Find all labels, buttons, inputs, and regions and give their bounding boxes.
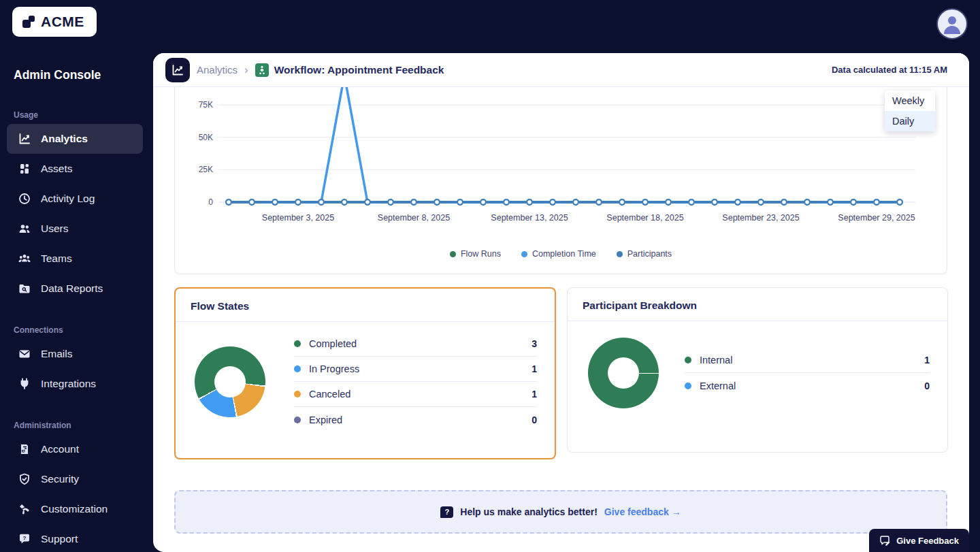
flow-states-header: Flow States bbox=[176, 289, 555, 322]
give-feedback-label: Give Feedback bbox=[896, 536, 959, 546]
workflow-icon bbox=[255, 63, 269, 77]
sidebar-item-label: Account bbox=[41, 443, 79, 455]
row-label: In Progress bbox=[309, 363, 359, 374]
legend-row-canceled: Canceled 1 bbox=[294, 382, 537, 407]
sidebar-item-security[interactable]: Security bbox=[7, 464, 143, 494]
sidebar-item-activity-log[interactable]: Activity Log bbox=[7, 184, 143, 214]
chart-legend: Flow Runs Completion Time Participants bbox=[175, 249, 947, 259]
sidebar-item-data-reports[interactable]: Data Reports bbox=[7, 274, 143, 304]
svg-text:September 8, 2025: September 8, 2025 bbox=[378, 213, 450, 223]
sidebar-item-integrations[interactable]: Integrations bbox=[7, 369, 143, 399]
legend-item-flow-runs[interactable]: Flow Runs bbox=[450, 249, 501, 259]
sidebar-item-label: Teams bbox=[41, 253, 72, 265]
svg-text:0: 0 bbox=[208, 197, 213, 207]
activity-log-icon bbox=[18, 192, 31, 206]
analytics-icon bbox=[18, 132, 31, 146]
svg-text:September 23, 2025: September 23, 2025 bbox=[722, 213, 799, 223]
participant-legend: Internal 1 External 0 bbox=[685, 348, 930, 398]
sidebar-item-assets[interactable]: Assets bbox=[7, 154, 143, 184]
svg-text:$: $ bbox=[22, 449, 24, 453]
usage-line-chart: 025K50K75KSeptember 3, 2025September 8, … bbox=[175, 87, 947, 237]
feedback-banner: ? Help us make analytics better! Give fe… bbox=[174, 490, 947, 534]
acme-logo[interactable]: ACME bbox=[12, 7, 97, 37]
participant-breakdown-card: Participant Breakdown Internal 1 Externa… bbox=[567, 287, 948, 453]
legend-row-in-progress: In Progress 1 bbox=[294, 357, 537, 382]
participant-breakdown-body: Internal 1 External 0 bbox=[568, 321, 947, 425]
svg-text:50K: 50K bbox=[199, 133, 213, 142]
sidebar-item-account[interactable]: $ Account bbox=[7, 434, 143, 464]
expired-dot bbox=[294, 417, 301, 423]
sidebar-nav: Usage Analytics Assets Activity Log User… bbox=[0, 101, 153, 552]
sidebar-item-label: Security bbox=[41, 473, 79, 485]
usage-chart-card: 025K50K75KSeptember 3, 2025September 8, … bbox=[174, 87, 947, 274]
sidebar-item-label: Analytics bbox=[41, 133, 88, 145]
give-feedback-button[interactable]: Give Feedback bbox=[869, 529, 969, 552]
flow-states-title: Flow States bbox=[191, 300, 249, 312]
analytics-header-icon bbox=[165, 58, 190, 82]
row-label: Completed bbox=[309, 338, 357, 349]
sidebar-item-customization[interactable]: Customization bbox=[7, 494, 143, 524]
give-feedback-link[interactable]: Give feedback → bbox=[604, 506, 681, 517]
breadcrumb-analytics[interactable]: Analytics bbox=[197, 64, 238, 76]
flow-states-legend: Completed 3 In Progress 1 Canceled 1 bbox=[294, 331, 537, 432]
sidebar-item-support[interactable]: ? Support bbox=[7, 524, 143, 552]
emails-icon bbox=[18, 347, 31, 361]
svg-text:September 18, 2025: September 18, 2025 bbox=[606, 213, 683, 223]
assets-icon bbox=[18, 162, 31, 176]
page-title: Workflow: Appointment Feedback bbox=[274, 64, 444, 76]
sidebar-item-emails[interactable]: Emails bbox=[7, 339, 143, 369]
customization-icon bbox=[18, 502, 31, 516]
sidebar-item-label: Users bbox=[41, 223, 68, 235]
sidebar-item-label: Support bbox=[41, 533, 78, 545]
support-icon: ? bbox=[18, 532, 31, 546]
row-value: 0 bbox=[532, 415, 537, 425]
interval-dropdown: Weekly Daily bbox=[885, 91, 935, 131]
flow-states-card: Flow States Completed 3 In Progress 1 bbox=[174, 287, 556, 459]
svg-text:September 13, 2025: September 13, 2025 bbox=[491, 213, 568, 223]
console-title: Admin Console bbox=[14, 68, 101, 82]
sidebar-item-teams[interactable]: Teams bbox=[7, 244, 143, 274]
sidebar-item-label: Emails bbox=[41, 348, 73, 360]
section-label-administration: Administration bbox=[14, 421, 153, 430]
row-value: 3 bbox=[532, 338, 537, 349]
sidebar-item-users[interactable]: Users bbox=[7, 214, 143, 244]
svg-text:?: ? bbox=[23, 535, 27, 541]
data-reports-icon bbox=[18, 282, 31, 295]
internal-dot bbox=[685, 357, 691, 363]
legend-row-expired: Expired 0 bbox=[294, 407, 537, 432]
row-value: 0 bbox=[924, 380, 930, 391]
security-icon bbox=[18, 472, 31, 486]
row-value: 1 bbox=[924, 355, 930, 366]
chevron-right-icon: › bbox=[244, 63, 248, 77]
sidebar-item-label: Assets bbox=[41, 163, 73, 175]
main-panel: Analytics › Workflow: Appointment Feedba… bbox=[153, 53, 969, 552]
svg-text:75K: 75K bbox=[199, 100, 213, 110]
in-progress-dot bbox=[294, 366, 301, 372]
svg-text:September 3, 2025: September 3, 2025 bbox=[262, 213, 334, 223]
participant-donut-chart bbox=[588, 338, 659, 408]
sidebar-item-analytics[interactable]: Analytics bbox=[7, 124, 143, 154]
user-avatar[interactable] bbox=[936, 8, 968, 39]
svg-text:September 29, 2025: September 29, 2025 bbox=[838, 213, 915, 223]
summary-cards-row: Flow States Completed 3 In Progress 1 bbox=[174, 287, 948, 459]
acme-logo-icon bbox=[20, 14, 37, 30]
row-value: 1 bbox=[532, 363, 537, 374]
sidebar-item-label: Integrations bbox=[41, 378, 96, 390]
teams-icon bbox=[18, 252, 31, 265]
row-label: Canceled bbox=[309, 389, 350, 400]
completion-time-dot bbox=[521, 251, 527, 257]
dropdown-option-daily[interactable]: Daily bbox=[885, 111, 935, 131]
data-calculated-timestamp: Data calculated at 11:15 AM bbox=[832, 65, 947, 75]
feedback-pencil-icon bbox=[879, 535, 891, 547]
legend-item-participants[interactable]: Participants bbox=[617, 249, 672, 259]
legend-row-completed: Completed 3 bbox=[294, 331, 537, 357]
legend-label: Flow Runs bbox=[461, 249, 501, 259]
sidebar-item-label: Activity Log bbox=[41, 193, 95, 205]
legend-item-completion-time[interactable]: Completion Time bbox=[521, 249, 596, 259]
participants-dot bbox=[617, 251, 623, 257]
dropdown-option-weekly[interactable]: Weekly bbox=[885, 91, 935, 111]
flow-states-body: Completed 3 In Progress 1 Canceled 1 bbox=[176, 322, 555, 442]
row-label: Expired bbox=[309, 415, 342, 425]
flow-runs-dot bbox=[450, 251, 456, 257]
users-icon bbox=[18, 222, 31, 236]
